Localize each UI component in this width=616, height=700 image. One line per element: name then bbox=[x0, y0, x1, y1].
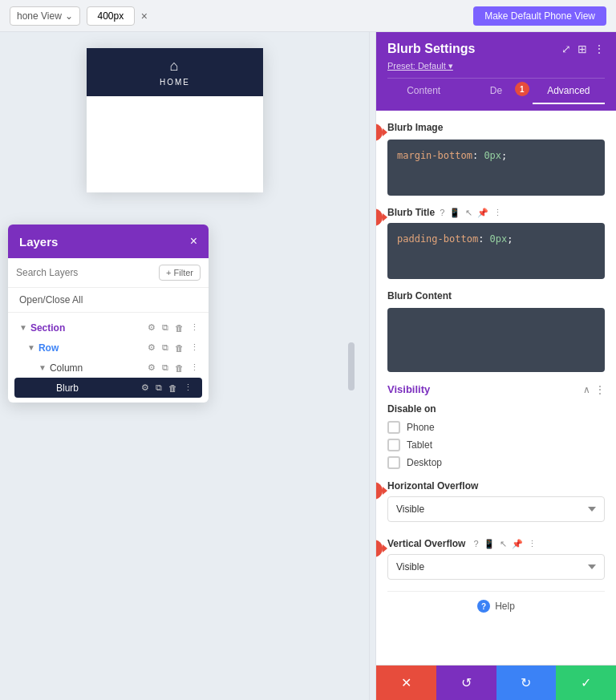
blurb-title-field-label: Blurb Title bbox=[387, 207, 435, 218]
tree-item-section[interactable]: ▼ Section ⚙ ⧉ 🗑 ⋮ bbox=[8, 318, 209, 338]
cancel-button[interactable]: ✕ bbox=[376, 666, 436, 700]
desktop-checkbox[interactable] bbox=[387, 456, 400, 469]
column-delete-icon[interactable]: 🗑 bbox=[173, 362, 185, 374]
disable-on-label: Disable on bbox=[387, 403, 605, 415]
help-icon-voverflow[interactable]: ? bbox=[473, 539, 478, 548]
view-select[interactable]: hone View ⌄ bbox=[10, 6, 80, 26]
layers-search-input[interactable] bbox=[16, 267, 154, 278]
blurb-settings-icon[interactable]: ⚙ bbox=[140, 382, 151, 394]
layers-close-button[interactable]: × bbox=[190, 234, 197, 249]
horizontal-overflow-label-row: Horizontal Overflow bbox=[387, 480, 605, 492]
tab-content-label: Content bbox=[407, 85, 440, 96]
column-settings-icon[interactable]: ⚙ bbox=[146, 362, 157, 374]
layers-panel: Layers × + Filter Open/Close All ▼ Secti… bbox=[8, 225, 209, 403]
tablet-checkbox-row: Tablet bbox=[387, 439, 605, 451]
row-settings-icon[interactable]: ⚙ bbox=[146, 342, 157, 354]
tab-design[interactable]: De 1 bbox=[460, 79, 532, 104]
blurb-content-code-box[interactable] bbox=[387, 308, 605, 372]
layers-open-close[interactable]: Open/Close All bbox=[8, 288, 209, 313]
tab-advanced-label: Advanced bbox=[547, 85, 590, 96]
confirm-button[interactable]: ✓ bbox=[556, 666, 616, 700]
phone-checkbox[interactable] bbox=[387, 421, 400, 434]
horizontal-overflow-label: Horizontal Overflow bbox=[387, 480, 478, 492]
cursor-icon-voverflow[interactable]: ↖ bbox=[500, 539, 507, 549]
layers-filter-button[interactable]: + Filter bbox=[159, 265, 201, 281]
open-close-label: Open/Close All bbox=[19, 294, 83, 305]
row-delete-icon[interactable]: 🗑 bbox=[173, 342, 185, 354]
redo-button[interactable]: ↻ bbox=[496, 666, 557, 700]
vertical-overflow-label-row: Vertical Overflow ? 📱 ↖ 📌 ⋮ bbox=[387, 538, 605, 549]
visibility-header: Visibility ∧ ⋮ bbox=[387, 383, 605, 395]
phone-label: Phone bbox=[407, 422, 435, 433]
help-label: Help bbox=[495, 601, 515, 612]
tab-content[interactable]: Content bbox=[387, 79, 460, 104]
px-input[interactable] bbox=[87, 6, 135, 26]
more-icon-voverflow[interactable]: ⋮ bbox=[528, 539, 537, 549]
column-more-icon[interactable]: ⋮ bbox=[188, 362, 201, 374]
column-copy-icon[interactable]: ⧉ bbox=[160, 362, 170, 374]
row-label: Row bbox=[38, 342, 143, 354]
cursor-icon-title[interactable]: ↖ bbox=[465, 208, 472, 218]
close-view-button[interactable]: × bbox=[141, 10, 148, 22]
settings-title: Blurb Settings bbox=[387, 42, 475, 56]
canvas-area: ⌂ HOME Layers × + Filter Open/Close All … bbox=[0, 32, 369, 700]
row-icons: ⚙ ⧉ 🗑 ⋮ bbox=[146, 342, 201, 354]
settings-content: 2 Blurb Image margin-bottom: 0px; 3 Blur… bbox=[376, 111, 616, 665]
visibility-chevron-up[interactable]: ∧ bbox=[583, 384, 590, 395]
row-copy-icon[interactable]: ⧉ bbox=[160, 342, 170, 354]
section-more-icon[interactable]: ⋮ bbox=[188, 322, 201, 334]
blurb-image-code-box[interactable]: margin-bottom: 0px; bbox=[387, 140, 605, 196]
settings-tabs: Content De 1 Advanced bbox=[387, 78, 605, 104]
vertical-overflow-label: Vertical Overflow bbox=[387, 538, 465, 549]
badge-3: 3 bbox=[376, 208, 383, 226]
home-label: HOME bbox=[160, 78, 190, 87]
layers-title: Layers bbox=[19, 235, 58, 249]
tab-advanced[interactable]: Advanced bbox=[533, 79, 605, 104]
section-settings-icon[interactable]: ⚙ bbox=[146, 322, 157, 334]
caret-row[interactable]: ▼ bbox=[27, 343, 35, 352]
section-label: Section bbox=[30, 322, 143, 334]
section-delete-icon[interactable]: 🗑 bbox=[173, 322, 185, 334]
desktop-checkbox-row: Desktop bbox=[387, 456, 605, 469]
settings-columns-icon[interactable]: ⊞ bbox=[578, 42, 587, 55]
settings-more-icon[interactable]: ⋮ bbox=[594, 42, 605, 55]
phone-content bbox=[87, 96, 263, 192]
visibility-title: Visibility bbox=[387, 383, 430, 395]
horizontal-overflow-select[interactable]: Visible Hidden Scroll Auto bbox=[387, 496, 605, 522]
help-icon-title[interactable]: ? bbox=[440, 208, 444, 217]
caret-column[interactable]: ▼ bbox=[38, 363, 47, 372]
settings-expand-icon[interactable]: ⤢ bbox=[561, 42, 571, 55]
desktop-label: Desktop bbox=[407, 457, 442, 468]
mobile-icon-voverflow[interactable]: 📱 bbox=[484, 539, 495, 549]
column-icons: ⚙ ⧉ 🗑 ⋮ bbox=[146, 362, 201, 374]
blurb-title-code-box[interactable]: padding-bottom: 0px; bbox=[387, 223, 605, 279]
tree-item-blurb[interactable]: Blurb ⚙ ⧉ 🗑 ⋮ bbox=[14, 378, 202, 398]
row-more-icon[interactable]: ⋮ bbox=[188, 342, 201, 354]
help-circle-icon: ? bbox=[477, 600, 490, 613]
blurb-copy-icon[interactable]: ⧉ bbox=[154, 382, 164, 394]
section-copy-icon[interactable]: ⧉ bbox=[160, 322, 170, 334]
make-default-button[interactable]: Make Default Phone View bbox=[473, 6, 606, 26]
blurb-title-section: 3 Blurb Title ? 📱 ↖ 📌 ⋮ padding-bottom: … bbox=[387, 207, 605, 279]
tree-item-row[interactable]: ▼ Row ⚙ ⧉ 🗑 ⋮ bbox=[8, 338, 209, 358]
help-row[interactable]: ? Help bbox=[387, 591, 605, 621]
pin-icon-title[interactable]: 📌 bbox=[477, 208, 488, 218]
settings-header: Blurb Settings ⤢ ⊞ ⋮ Preset: Default ▾ C… bbox=[376, 32, 616, 111]
tree-item-column[interactable]: ▼ Column ⚙ ⧉ 🗑 ⋮ bbox=[8, 358, 209, 378]
settings-title-row: Blurb Settings ⤢ ⊞ ⋮ bbox=[387, 42, 605, 56]
blurb-more-icon[interactable]: ⋮ bbox=[182, 382, 194, 394]
undo-button[interactable]: ↺ bbox=[436, 666, 496, 700]
pin-icon-voverflow[interactable]: 📌 bbox=[512, 539, 523, 549]
blurb-image-label: Blurb Image bbox=[387, 122, 605, 133]
caret-section[interactable]: ▼ bbox=[19, 323, 27, 332]
tablet-checkbox[interactable] bbox=[387, 439, 400, 451]
settings-preset[interactable]: Preset: Default ▾ bbox=[387, 61, 605, 71]
more-icon-title[interactable]: ⋮ bbox=[493, 208, 502, 218]
mobile-icon-title[interactable]: 📱 bbox=[449, 208, 460, 218]
blurb-delete-icon[interactable]: 🗑 bbox=[167, 382, 179, 394]
resize-handle[interactable] bbox=[348, 342, 355, 390]
panel-divider bbox=[369, 32, 370, 700]
vertical-overflow-select[interactable]: Visible Hidden Scroll Auto bbox=[387, 554, 605, 580]
visibility-more-icon[interactable]: ⋮ bbox=[595, 384, 605, 395]
badge-4: 4 bbox=[376, 482, 383, 500]
